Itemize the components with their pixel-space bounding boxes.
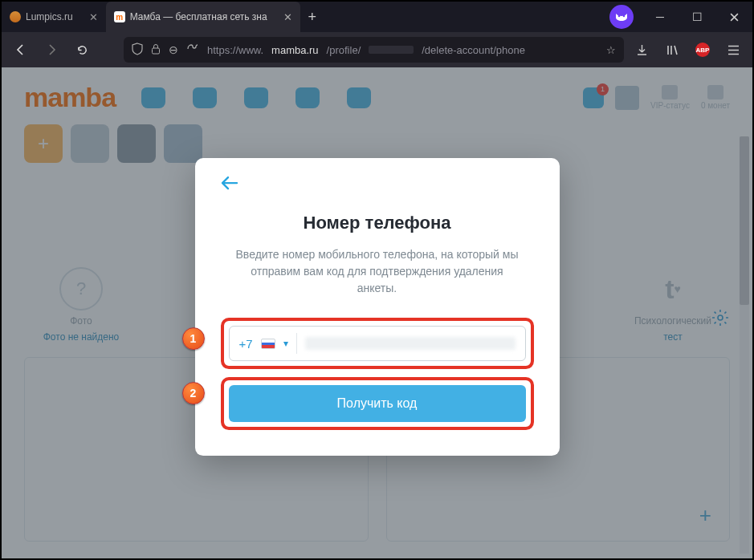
url-redacted (369, 46, 414, 54)
library-icon[interactable] (659, 37, 685, 63)
url-bar[interactable]: ⊖ https://www.mamba.ru/profile//delete-a… (124, 37, 624, 63)
flag-ru-icon (261, 339, 275, 349)
window-minimize-button[interactable]: ─ (642, 2, 679, 32)
url-prefix: https://www. (207, 44, 263, 56)
browser-toolbar: ⊖ https://www.mamba.ru/profile//delete-a… (2, 32, 752, 67)
close-tab-icon[interactable]: ✕ (89, 11, 98, 23)
new-tab-button[interactable]: + (300, 2, 324, 32)
container-mask-icon[interactable] (609, 5, 634, 29)
nav-back-button[interactable] (8, 37, 34, 63)
annotation-step-2: 2 (182, 382, 205, 404)
app-menu-button[interactable] (720, 37, 746, 63)
modal-title: Номер телефона (221, 213, 534, 233)
highlight-box: +7 ▾ (221, 318, 534, 369)
url-path: /profile/ (327, 44, 361, 56)
url-path: /delete-account/phone (422, 44, 525, 56)
bookmark-icon[interactable]: ☆ (606, 44, 616, 56)
browser-tab-1[interactable]: m Мамба — бесплатная сеть зна ✕ (106, 2, 300, 32)
lock-icon[interactable] (151, 43, 161, 57)
svg-rect-2 (153, 48, 160, 54)
annotation-step-1: 1 (182, 327, 205, 350)
phone-number-input[interactable] (305, 337, 516, 350)
modal-description: Введите номер мобильного телефона, на ко… (233, 246, 522, 297)
window-maximize-button[interactable]: ☐ (679, 2, 715, 32)
browser-tab-0[interactable]: Lumpics.ru ✕ (2, 2, 106, 32)
chevron-down-icon[interactable]: ▾ (283, 338, 288, 349)
page-content: mamba 1 VIP-статус (2, 67, 752, 558)
url-domain: mamba.ru (271, 44, 319, 56)
highlight-box: Получить код (221, 377, 534, 430)
modal-back-button[interactable] (221, 172, 242, 193)
phone-input-group: +7 ▾ (229, 326, 526, 361)
permissions-icon[interactable]: ⊖ (169, 43, 178, 56)
nav-forward-button[interactable] (39, 37, 64, 63)
favicon-lumpics-icon (10, 11, 21, 22)
phone-verification-modal: Номер телефона Введите номер мобильного … (195, 158, 560, 456)
tab-title: Мамба — бесплатная сеть зна (130, 11, 267, 22)
svg-point-1 (623, 15, 626, 18)
divider (296, 333, 297, 354)
extension-icon[interactable] (186, 43, 199, 57)
close-tab-icon[interactable]: ✕ (283, 11, 292, 23)
downloads-icon[interactable] (629, 37, 654, 63)
get-code-button[interactable]: Получить код (229, 385, 526, 422)
country-code[interactable]: +7 (239, 337, 253, 351)
svg-point-0 (618, 15, 621, 18)
favicon-mamba-icon: m (114, 11, 125, 22)
adblock-icon[interactable]: ABP (690, 37, 715, 63)
shield-icon[interactable] (132, 43, 143, 58)
tab-title: Lumpics.ru (26, 11, 73, 22)
window-titlebar: Lumpics.ru ✕ m Мамба — бесплатная сеть з… (2, 2, 752, 32)
window-close-button[interactable] (715, 2, 752, 32)
nav-reload-button[interactable] (69, 37, 95, 63)
